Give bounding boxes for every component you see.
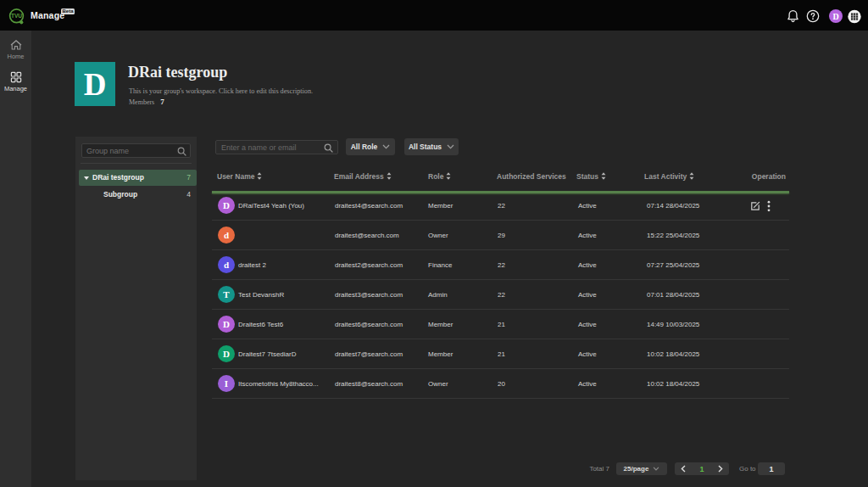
edit-icon[interactable] — [750, 201, 760, 211]
apps-button[interactable] — [848, 9, 861, 23]
cell-user-name: draitest 2 — [238, 250, 266, 280]
group-description[interactable]: This is your group's workspace. Click he… — [129, 87, 313, 95]
table-row[interactable]: T Test DevanshR draitest3@search.com Adm… — [212, 280, 789, 310]
cell-authorized-services: 29 — [498, 221, 505, 250]
group-search-box — [81, 143, 191, 158]
cell-user-name: Draitest6 Test6 — [238, 310, 283, 339]
cell-role: Member — [428, 310, 453, 339]
column-header[interactable]: Status — [576, 171, 606, 182]
column-header-label: Authorized Services — [497, 172, 566, 181]
table-row[interactable]: D Draitest7 7tsediarD draitest7@search.c… — [212, 339, 789, 369]
cell-last-activity: 07:01 28/04/2025 — [647, 280, 699, 310]
status-filter-dropdown[interactable]: All Status — [404, 138, 459, 155]
chevron-right-icon[interactable] — [718, 465, 723, 473]
table-row[interactable]: D DRaiTest4 Yeah (You) draitest4@search.… — [212, 191, 789, 221]
cell-status: Active — [578, 339, 597, 369]
help-button[interactable] — [806, 9, 820, 23]
pagination-total: Total 7 — [561, 465, 609, 473]
cell-email: draitest4@search.com — [335, 191, 403, 221]
column-header-label: User Name — [217, 172, 254, 181]
group-tree-item[interactable]: DRai testgroup 7 — [79, 170, 197, 186]
cell-authorized-services: 21 — [498, 310, 505, 339]
search-icon[interactable] — [177, 147, 186, 156]
sort-icon[interactable] — [257, 172, 262, 180]
column-header-label: Role — [428, 172, 443, 181]
cell-email: draitest6@search.com — [335, 310, 403, 339]
page-size-label: 25/page — [624, 465, 649, 473]
cell-authorized-services: 22 — [498, 250, 505, 280]
role-filter-label: All Role — [351, 143, 378, 151]
row-avatar: d — [218, 256, 235, 273]
cell-last-activity: 15:22 25/04/2025 — [647, 221, 699, 250]
role-filter-dropdown[interactable]: All Role — [346, 138, 395, 155]
row-avatar: T — [218, 286, 235, 303]
member-search-input[interactable] — [221, 141, 321, 154]
group-panel: DRai testgroup 7 Subgroup 4 — [75, 137, 197, 480]
cell-authorized-services: 22 — [498, 280, 505, 310]
manage-grid-icon — [10, 71, 22, 83]
cell-last-activity: 10:02 18/04/2025 — [647, 369, 699, 399]
table-body: D DRaiTest4 Yeah (You) draitest4@search.… — [212, 191, 789, 399]
sort-icon[interactable] — [689, 172, 694, 180]
chevron-left-icon[interactable] — [681, 465, 686, 473]
search-icon[interactable] — [324, 143, 333, 153]
row-avatar: I — [218, 375, 235, 392]
column-header: Authorized Services — [497, 171, 566, 182]
home-icon — [10, 39, 22, 51]
member-search-box — [215, 140, 338, 154]
current-page[interactable]: 1 — [699, 465, 704, 473]
cell-user-name: Itscometothis My8thacco... — [238, 369, 319, 399]
table-row[interactable]: I Itscometothis My8thacco... draitest8@s… — [212, 369, 789, 399]
table-row[interactable]: d draitest@search.com Owner 29 Active 15… — [212, 221, 789, 250]
column-header[interactable]: Email Address — [334, 171, 392, 182]
group-tree-label: DRai testgroup — [92, 170, 144, 186]
column-header[interactable]: Role — [428, 171, 451, 182]
goto-label: Go to — [739, 465, 756, 473]
sort-icon[interactable] — [387, 172, 392, 180]
cell-email: draitest@search.com — [335, 221, 399, 250]
members-label: Members — [129, 98, 154, 106]
group-tree-label: Subgroup — [103, 188, 137, 202]
chevron-down-icon — [447, 144, 454, 149]
cell-role: Owner — [428, 221, 448, 250]
panel-divider — [81, 163, 192, 164]
chevron-down-icon — [653, 467, 659, 471]
group-tree-count: 4 — [186, 188, 191, 202]
tvu-logo-icon[interactable]: TVU — [8, 8, 25, 25]
members-count: 7 — [160, 98, 164, 106]
sort-icon[interactable] — [446, 172, 451, 180]
notifications-button[interactable] — [786, 9, 799, 23]
group-tree-item[interactable]: Subgroup 4 — [79, 188, 197, 202]
table-row[interactable]: d draitest 2 draitest2@search.com Financ… — [212, 250, 789, 280]
cell-email: draitest3@search.com — [335, 280, 403, 310]
row-avatar: D — [218, 345, 235, 362]
user-avatar[interactable]: D — [829, 9, 843, 23]
sidebar-item-label: Manage — [0, 85, 31, 92]
sort-icon[interactable] — [601, 172, 606, 180]
more-actions-icon[interactable] — [767, 200, 771, 212]
column-header: Operation — [752, 171, 786, 182]
cell-operations — [750, 191, 789, 221]
group-members: Members7 — [129, 98, 164, 106]
column-header-label: Last Activity — [644, 172, 687, 181]
status-filter-label: All Status — [409, 143, 442, 151]
column-header[interactable]: Last Activity — [644, 171, 694, 182]
sidebar: Home Manage — [0, 31, 31, 487]
goto-page-input[interactable] — [758, 462, 785, 475]
column-header-label: Email Address — [334, 172, 384, 181]
row-avatar: D — [218, 197, 235, 214]
cell-email: draitest2@search.com — [335, 250, 403, 280]
column-header[interactable]: User Name — [217, 171, 262, 182]
cell-role: Member — [428, 339, 453, 369]
cell-status: Active — [578, 280, 597, 310]
sidebar-item-manage[interactable]: Manage — [0, 71, 31, 92]
page-size-dropdown[interactable]: 25/page — [616, 462, 667, 475]
group-avatar: D — [75, 62, 115, 106]
sidebar-item-home[interactable]: Home — [0, 39, 31, 60]
group-search-input[interactable] — [86, 144, 175, 157]
row-avatar: D — [218, 316, 235, 333]
cell-user-name: Draitest7 7tsediarD — [238, 339, 296, 369]
table-row[interactable]: D Draitest6 Test6 draitest6@search.com M… — [212, 310, 789, 339]
cell-last-activity: 07:14 28/04/2025 — [647, 191, 699, 221]
caret-down-icon[interactable] — [84, 176, 89, 180]
